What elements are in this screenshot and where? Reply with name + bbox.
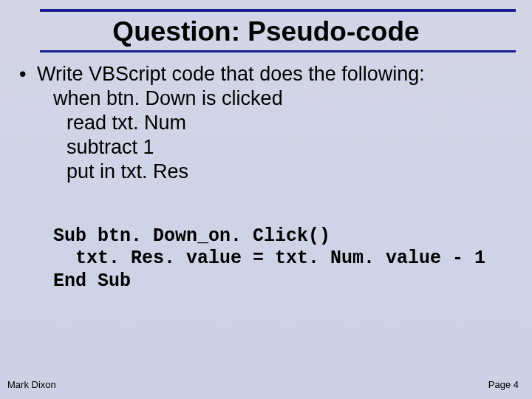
divider-top (40, 9, 516, 12)
footer-author: Mark Dixon (7, 379, 56, 390)
code-line-3: End Sub (53, 270, 131, 292)
slide-title: Question: Pseudo-code (0, 16, 532, 47)
bullet-text: Write VBScript code that does the follow… (37, 62, 425, 86)
code-block: Sub btn. Down_on. Click() txt. Res. valu… (16, 225, 516, 293)
bullet-item: • Write VBScript code that does the foll… (16, 62, 516, 86)
bullet-marker: • (16, 62, 37, 86)
code-line-1: Sub btn. Down_on. Click() (53, 225, 330, 247)
pseudo-line-4: put in txt. Res (16, 160, 516, 184)
footer-page: Page 4 (488, 379, 519, 390)
pseudo-line-3: subtract 1 (16, 135, 516, 160)
divider-bottom (40, 50, 516, 52)
code-line-2: txt. Res. value = txt. Num. value - 1 (53, 248, 485, 269)
slide-body: • Write VBScript code that does the foll… (16, 62, 516, 293)
pseudo-line-1: when btn. Down is clicked (16, 86, 516, 111)
pseudo-line-2: read txt. Num (16, 111, 516, 135)
slide: Question: Pseudo-code • Write VBScript c… (0, 0, 532, 399)
